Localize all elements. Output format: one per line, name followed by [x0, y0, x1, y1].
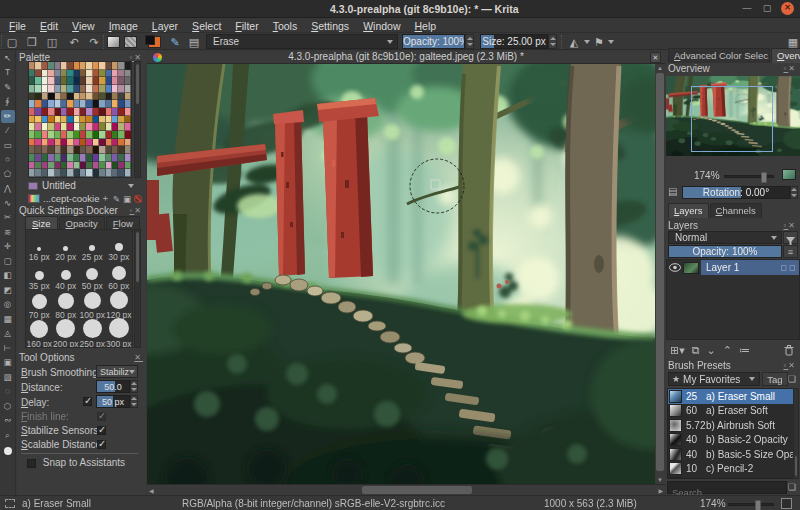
- tool-ellipse[interactable]: ○: [1, 153, 15, 166]
- menu-filter[interactable]: Filter: [228, 20, 265, 32]
- brush-size-preset[interactable]: 30 px: [106, 233, 133, 262]
- move-layer-up-button[interactable]: ⌃: [723, 344, 732, 357]
- delay-spinner[interactable]: [130, 395, 138, 408]
- palette-swatch[interactable]: [125, 100, 131, 108]
- layer-visibility-icon[interactable]: [669, 263, 681, 272]
- tab-advanced-color-selector[interactable]: Advanced Color Selec...: [668, 48, 770, 63]
- menu-edit[interactable]: Edit: [33, 20, 65, 32]
- canvas-titlebar[interactable]: 4.3.0-prealpha (git 8c9b10e): galteed.jp…: [147, 51, 665, 64]
- overview-docker-buttons[interactable]: ▫✕: [783, 64, 797, 73]
- delay-checkbox[interactable]: [83, 397, 92, 406]
- palette-swatch[interactable]: [125, 131, 131, 139]
- maximize-button[interactable]: ▢: [760, 2, 774, 16]
- save-icon[interactable]: ◫: [45, 35, 59, 49]
- gradient-chip[interactable]: [107, 36, 120, 48]
- brush-preset-item[interactable]: 40b) Basic-5 Size Opacity: [668, 447, 798, 462]
- tool-measure[interactable]: ▣: [1, 356, 15, 369]
- add-swatch-icon[interactable]: ＋: [101, 192, 110, 205]
- palette-scrollbar[interactable]: [134, 61, 141, 178]
- tool-freehand-path[interactable]: ✂: [1, 211, 15, 224]
- tool-freehand-brush[interactable]: ✏: [1, 110, 15, 123]
- checkbox[interactable]: [97, 440, 106, 449]
- tool-multibrush[interactable]: ✛: [1, 240, 15, 253]
- layer-properties-button[interactable]: ≔: [739, 344, 750, 357]
- brush-preset-item[interactable]: 25a) Eraser Small: [668, 389, 798, 404]
- tool-dynamic-brush[interactable]: ≋: [1, 226, 15, 239]
- import-preset-icon[interactable]: ❏: [788, 481, 798, 494]
- palette-set-dropdown[interactable]: [128, 184, 134, 188]
- palette-swatch[interactable]: [125, 93, 131, 101]
- menu-help[interactable]: Help: [407, 20, 443, 32]
- tool-calligraphy[interactable]: ∮: [1, 95, 15, 108]
- brush-size-preset[interactable]: 40 px: [53, 262, 80, 291]
- brush-size-preset[interactable]: 300 px: [106, 320, 133, 348]
- menu-file[interactable]: File: [2, 20, 33, 32]
- rotation-reset-icon[interactable]: ▤: [668, 186, 680, 198]
- distance-spinner[interactable]: [130, 380, 138, 393]
- undo-icon[interactable]: ↶: [67, 35, 81, 49]
- tab-channels[interactable]: Channels: [710, 203, 762, 218]
- pattern-chip[interactable]: [124, 36, 137, 48]
- menu-layer[interactable]: Layer: [145, 20, 185, 32]
- tool-polygon-select[interactable]: ⬡: [1, 400, 15, 413]
- mirror-vertical-icon[interactable]: ⚑: [592, 35, 606, 49]
- new-document-icon[interactable]: ▢: [5, 35, 19, 49]
- opacity-spinner[interactable]: [465, 34, 474, 49]
- palette-swatch[interactable]: [125, 70, 131, 78]
- brush-preset-item[interactable]: 40b) Basic-2 Opacity: [668, 433, 798, 448]
- fg-color-chip[interactable]: [145, 35, 155, 45]
- tool-move[interactable]: ◧: [1, 269, 15, 282]
- palette-grid[interactable]: [28, 61, 132, 178]
- swatch-file-row[interactable]: ...cept-cookie ＋ ✎ ▣: [28, 192, 142, 205]
- snap-to-assistants-row[interactable]: Snap to Assistants: [27, 457, 125, 468]
- blend-mode-combo[interactable]: Normal: [668, 231, 782, 244]
- size-spinner[interactable]: [548, 34, 557, 49]
- layer-row[interactable]: Layer 1◻ ◻: [667, 260, 799, 275]
- menu-tools[interactable]: Tools: [266, 20, 305, 32]
- brush-size-preset[interactable]: 16 px: [26, 233, 53, 262]
- palette-swatch[interactable]: [125, 62, 131, 70]
- tool-rectangle[interactable]: ▭: [1, 139, 15, 152]
- brush-preset-item[interactable]: 25: [668, 476, 798, 479]
- snap-checkbox[interactable]: [27, 459, 36, 468]
- brush-size-preset[interactable]: 60 px: [106, 262, 133, 291]
- brush-size-preset[interactable]: 250 px: [79, 320, 106, 348]
- statusbar-zoom-slider[interactable]: [728, 503, 774, 506]
- palette-swatch[interactable]: [125, 85, 131, 93]
- menu-settings[interactable]: Settings: [304, 20, 356, 32]
- open-document-icon[interactable]: ❒: [25, 35, 39, 49]
- tool-color-sampler[interactable]: ◬: [1, 327, 15, 340]
- palette-swatch[interactable]: [125, 169, 131, 177]
- canvas-vscrollbar[interactable]: ▲ ▼: [655, 64, 665, 484]
- overview-zoom-slider[interactable]: [724, 175, 774, 178]
- tool-options-buttons[interactable]: ✕: [134, 353, 143, 362]
- canvas-close-icon[interactable]: ✕: [650, 52, 661, 63]
- brush-size-preset[interactable]: 120 px: [106, 291, 133, 320]
- brush-size-preset[interactable]: 100 px: [79, 291, 106, 320]
- tool-fill[interactable]: ▨: [1, 371, 15, 384]
- tool-polyline[interactable]: ⋀: [1, 182, 15, 195]
- rotation-bar[interactable]: Rotation: 0.00°: [682, 186, 790, 199]
- palette-swatch[interactable]: [125, 108, 131, 116]
- tool-text[interactable]: T: [1, 66, 15, 79]
- palette-swatch[interactable]: [125, 162, 131, 170]
- delay-field[interactable]: 50 px: [96, 395, 130, 408]
- brush-preset-item[interactable]: 10c) Pencil-2: [668, 462, 798, 477]
- close-button[interactable]: ✕: [781, 2, 794, 15]
- menu-image[interactable]: Image: [102, 20, 145, 32]
- duplicate-layer-button[interactable]: ⧉: [692, 344, 700, 357]
- canvas-area[interactable]: ▲ ▼: [147, 64, 665, 484]
- delete-swatch-icon[interactable]: [134, 195, 142, 203]
- canvas-only-icon[interactable]: [781, 498, 792, 509]
- tool-ellipse-select[interactable]: ◌: [1, 385, 15, 398]
- tab-layers[interactable]: Layers: [668, 203, 709, 218]
- tool-zoom[interactable]: ⌕: [1, 429, 15, 442]
- tool-edit-shapes[interactable]: ✎: [1, 81, 15, 94]
- brush-size-preset[interactable]: 160 px: [26, 320, 53, 348]
- distance-field[interactable]: 50.0: [96, 380, 130, 393]
- brush-size-preset[interactable]: 35 px: [26, 262, 53, 291]
- tag-button[interactable]: Tag: [762, 372, 788, 386]
- workspace-icon[interactable]: ▤: [187, 35, 201, 49]
- tool-crop[interactable]: ◩: [1, 284, 15, 297]
- choose-workspace-icon[interactable]: ▦: [786, 35, 800, 49]
